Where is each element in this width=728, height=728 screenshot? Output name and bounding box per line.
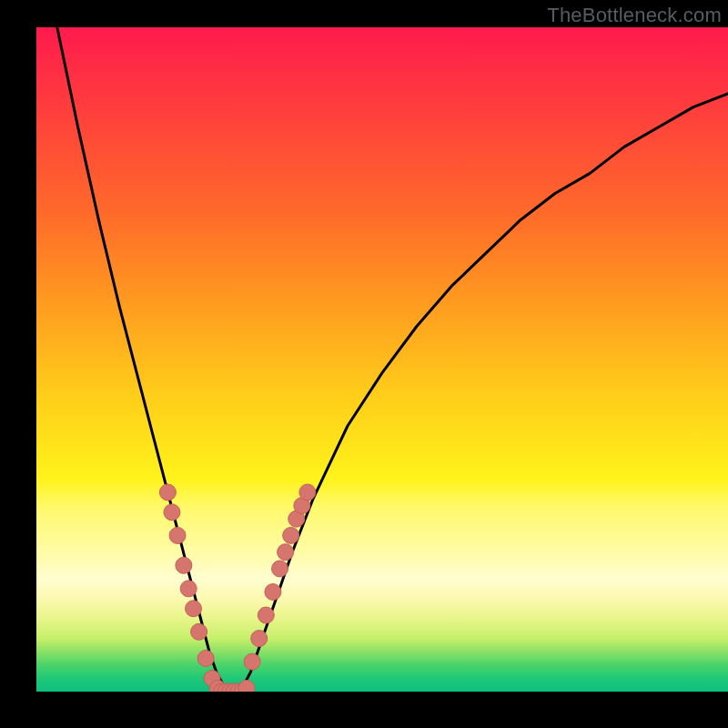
marker-left-branch-markers (159, 484, 176, 500)
marker-valley-markers (238, 680, 255, 692)
marker-right-branch-markers (265, 584, 281, 601)
marker-right-branch-markers (283, 527, 299, 543)
marker-right-branch-markers (299, 484, 316, 500)
marker-right-branch-markers (272, 561, 288, 577)
watermark-text: TheBottleneck.com (547, 4, 722, 27)
marker-left-branch-markers (186, 601, 202, 617)
marker-right-branch-markers (258, 607, 274, 623)
curve-curve (36, 27, 728, 692)
marker-right-branch-markers (251, 631, 268, 647)
marker-left-branch-markers (164, 504, 180, 521)
marker-left-branch-markers (176, 557, 192, 573)
marker-left-branch-markers (180, 581, 197, 597)
marker-left-branch-markers (191, 623, 207, 640)
marker-right-branch-markers (278, 544, 294, 561)
marker-left-branch-markers (169, 527, 186, 543)
chart-svg (36, 27, 728, 692)
marker-right-branch-markers (244, 653, 260, 670)
chart-frame: TheBottleneck.com (0, 0, 728, 728)
marker-left-branch-markers (197, 651, 214, 667)
plot-area (36, 27, 728, 692)
